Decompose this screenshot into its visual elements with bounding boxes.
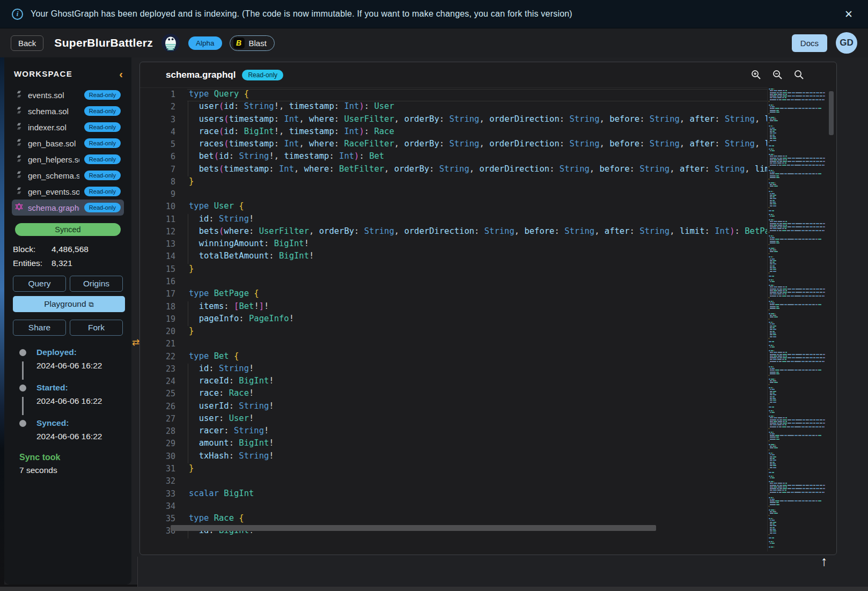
graphql-icon bbox=[15, 203, 23, 213]
line-number: 32 bbox=[140, 476, 175, 486]
share-button[interactable]: Share bbox=[13, 320, 66, 336]
zoom-out-icon[interactable] bbox=[773, 70, 783, 80]
line-number: 3 bbox=[140, 115, 175, 124]
code-line: 25 race: Race! bbox=[140, 388, 768, 401]
solidity-icon bbox=[15, 187, 23, 197]
line-number: 28 bbox=[140, 426, 175, 436]
code-line: 35type Race { bbox=[140, 513, 768, 526]
file-name: schema.graphql bbox=[28, 203, 79, 212]
playground-button[interactable]: Playground⧉ bbox=[13, 296, 125, 312]
timeline-value: 2024-06-06 16:22 bbox=[36, 396, 124, 406]
sync-took-label: Sync took bbox=[19, 453, 124, 462]
code-line: 15} bbox=[140, 264, 768, 276]
code-line: 27 user: User! bbox=[140, 413, 768, 426]
sidebar-item-gen_base-sol[interactable]: gen_base.solRead-only bbox=[12, 135, 124, 151]
code-line: 9 bbox=[140, 189, 768, 201]
line-number: 10 bbox=[140, 202, 175, 211]
code-line: 28 racer: String! bbox=[140, 426, 768, 438]
chevron-left-icon[interactable]: ‹ bbox=[119, 70, 123, 78]
solidity-icon bbox=[15, 106, 23, 116]
code-line: 4 race(id: BigInt!, timestamp: Int): Rac… bbox=[140, 127, 768, 139]
code-line: 13 winningAmount: BigInt! bbox=[140, 239, 768, 251]
fork-button[interactable]: Fork bbox=[70, 320, 123, 336]
sidebar-item-gen_events-sol[interactable]: gen_events.solRead-only bbox=[12, 183, 124, 200]
line-number: 11 bbox=[140, 215, 175, 224]
code-line: 22type Bet { bbox=[140, 351, 768, 364]
file-name: schema.sol bbox=[28, 107, 79, 116]
workspace-sidebar: WORKSPACE ‹ events.solRead-onlyschema.so… bbox=[4, 57, 131, 585]
line-number: 1 bbox=[140, 90, 175, 99]
code-line: 11 id: String! bbox=[140, 214, 768, 226]
code-line: 31} bbox=[140, 463, 768, 476]
arrow-up-icon[interactable]: ↑ bbox=[813, 550, 835, 572]
timeline-item-synced: Synced: 2024-06-06 16:22 bbox=[15, 418, 124, 444]
sidebar-item-schema-graphql[interactable]: schema.graphqlRead-only bbox=[12, 200, 124, 216]
timeline-connector bbox=[22, 361, 24, 380]
app-header: Back SuperBlurBattlerz Alpha B Blast Doc… bbox=[0, 28, 868, 57]
origins-button[interactable]: Origins bbox=[70, 276, 123, 292]
page-scrollbar[interactable] bbox=[0, 587, 868, 591]
zoom-in-icon[interactable] bbox=[751, 70, 761, 80]
readonly-badge: Read-only bbox=[84, 90, 121, 100]
entities-label: Entities: bbox=[13, 258, 52, 268]
solidity-icon bbox=[15, 154, 23, 165]
query-button[interactable]: Query bbox=[13, 276, 66, 292]
close-icon[interactable]: ✕ bbox=[841, 7, 856, 21]
code-line: 2 user(id: String!, timestamp: Int): Use… bbox=[140, 101, 768, 114]
code-line: 8} bbox=[140, 176, 768, 189]
deployment-timeline: Deployed: 2024-06-06 16:22 Started: 2024… bbox=[15, 348, 124, 444]
sidebar-item-gen_schema-sol[interactable]: gen_schema.solRead-only bbox=[12, 167, 124, 183]
line-number: 16 bbox=[140, 277, 175, 286]
line-number: 25 bbox=[140, 389, 175, 398]
code-line: 19 pageInfo: PageInfo! bbox=[140, 314, 768, 326]
sidebar-item-indexer-sol[interactable]: indexer.solRead-only bbox=[12, 119, 124, 135]
code-line: 26 userId: String! bbox=[140, 401, 768, 413]
code-editor-panel: schema.graphql Read-only bbox=[139, 62, 837, 555]
line-number: 13 bbox=[140, 239, 175, 249]
horizontal-scrollbar[interactable] bbox=[171, 525, 656, 531]
code-line: 10type User { bbox=[140, 201, 768, 213]
back-button[interactable]: Back bbox=[11, 35, 43, 51]
alpha-badge: Alpha bbox=[188, 36, 222, 50]
code-line: 20} bbox=[140, 326, 768, 338]
app-page: i Your GhostGraph has been deployed and … bbox=[0, 0, 868, 591]
avatar[interactable]: GD bbox=[836, 32, 857, 54]
sidebar-item-events-sol[interactable]: events.solRead-only bbox=[12, 87, 124, 103]
line-number: 31 bbox=[140, 464, 175, 474]
sidebar-item-schema-sol[interactable]: schema.solRead-only bbox=[12, 103, 124, 119]
sidebar-resize-handle[interactable]: ⇄ bbox=[132, 337, 139, 348]
blast-label: Blast bbox=[249, 39, 267, 48]
editor-titlebar: schema.graphql Read-only bbox=[140, 62, 836, 87]
readonly-badge: Read-only bbox=[242, 70, 283, 80]
timeline-dot-icon bbox=[19, 420, 26, 427]
code-line: 1type Query { bbox=[140, 89, 768, 101]
code-line: 14 totalBetAmount: BigInt! bbox=[140, 251, 768, 263]
editor-filename: schema.graphql bbox=[166, 70, 236, 80]
block-stat: Block: 4,486,568 bbox=[13, 245, 121, 254]
code-area[interactable]: 1type Query {2 user(id: String!, timesta… bbox=[140, 87, 768, 555]
minimap[interactable] bbox=[767, 88, 825, 551]
code-line: 7 bets(timestamp: Int, where: BetFilter,… bbox=[140, 164, 768, 176]
search-icon[interactable] bbox=[794, 70, 804, 80]
timeline-label: Started: bbox=[36, 383, 124, 393]
sidebar-item-gen_helpers-sol[interactable]: gen_helpers.solRead-only bbox=[12, 151, 124, 167]
line-number: 8 bbox=[140, 177, 175, 187]
line-number: 21 bbox=[140, 339, 175, 349]
entities-stat: Entities: 8,321 bbox=[13, 258, 121, 268]
vertical-scrollbar[interactable] bbox=[829, 91, 834, 135]
workspace-heading: WORKSPACE bbox=[14, 69, 72, 78]
docs-button[interactable]: Docs bbox=[792, 34, 827, 52]
code-line: 16 bbox=[140, 276, 768, 289]
file-name: gen_base.sol bbox=[28, 139, 79, 148]
ghost-avatar bbox=[161, 34, 180, 52]
page-title: SuperBlurBattlerz bbox=[54, 36, 153, 49]
readonly-badge: Read-only bbox=[84, 106, 121, 116]
code-line: 5 races(timestamp: Int, where: RaceFilte… bbox=[140, 139, 768, 151]
code-line: 12 bets(where: UserFilter, orderBy: Stri… bbox=[140, 226, 768, 239]
code-line: 23 id: String! bbox=[140, 364, 768, 376]
timeline-value: 2024-06-06 16:22 bbox=[36, 432, 124, 441]
timeline-item-deployed: Deployed: 2024-06-06 16:22 bbox=[15, 348, 124, 383]
line-number: 18 bbox=[140, 302, 175, 312]
code-line: 3 users(timestamp: Int, where: UserFilte… bbox=[140, 114, 768, 127]
timeline-label: Deployed: bbox=[36, 348, 124, 357]
